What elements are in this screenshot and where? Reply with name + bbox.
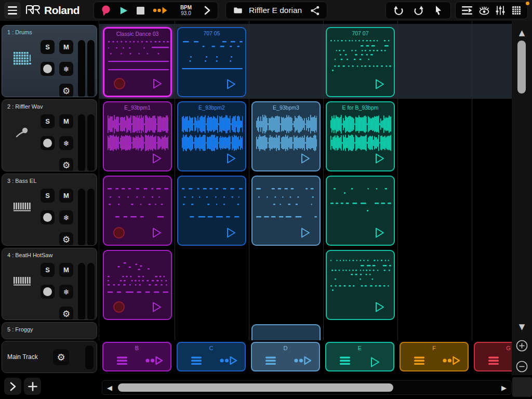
clip-r3-c4[interactable] xyxy=(326,176,395,246)
track-tile-4[interactable]: 4 : BeatH HotSawSM❄⚙ xyxy=(2,248,97,320)
scene-button-d[interactable]: D xyxy=(251,342,320,371)
scene-dots-play-icon[interactable] xyxy=(219,355,238,368)
clip-r3-c2[interactable] xyxy=(177,176,246,246)
clip-play-icon[interactable] xyxy=(298,152,312,167)
freeze-button[interactable]: ❄ xyxy=(59,62,73,76)
clip-r2-c4[interactable]: E for B_93bpm xyxy=(326,101,395,171)
expand-panel-button[interactable] xyxy=(4,378,21,395)
clip-r2-c1[interactable]: E_93bpm1 xyxy=(103,101,172,171)
solo-button[interactable]: S xyxy=(41,114,55,128)
scene-button-g[interactable]: G xyxy=(474,342,512,371)
clip-r1-c2[interactable]: 707 05 xyxy=(177,27,246,97)
clip-play-icon[interactable] xyxy=(150,226,163,242)
freeze-button[interactable]: ❄ xyxy=(59,136,73,150)
redo-button[interactable] xyxy=(413,5,424,16)
mute-button[interactable]: M xyxy=(59,114,73,128)
mixer-button[interactable] xyxy=(495,5,506,16)
clip-play-icon[interactable] xyxy=(224,226,237,242)
scene-button-c[interactable]: C xyxy=(177,342,246,371)
open-project-button[interactable] xyxy=(232,5,244,16)
record-button[interactable] xyxy=(101,5,111,17)
play-button[interactable] xyxy=(119,6,128,16)
project-name[interactable]: Riffler E dorian xyxy=(249,6,304,15)
track-settings-button[interactable]: ⚙ xyxy=(59,84,73,97)
track-settings-button[interactable]: ⚙ xyxy=(59,158,73,171)
bpm-display[interactable]: BPM 93.0 xyxy=(176,5,196,17)
scroll-right-button[interactable]: ▶ xyxy=(499,381,509,394)
transport-expand-button[interactable] xyxy=(204,5,211,16)
clip-play-icon[interactable] xyxy=(150,152,163,167)
arm-record-button[interactable] xyxy=(41,62,55,76)
share-button[interactable] xyxy=(310,5,321,16)
clip-r5-c3[interactable] xyxy=(251,324,321,340)
scene-menu-icon[interactable] xyxy=(265,356,276,367)
clip-play-icon[interactable] xyxy=(373,77,386,93)
arm-record-button[interactable] xyxy=(41,136,55,150)
clip-play-icon[interactable] xyxy=(298,226,312,242)
pointer-tool-button[interactable] xyxy=(432,5,444,16)
scene-button-f[interactable]: F xyxy=(400,342,469,371)
clip-r1-c1[interactable]: Classic Dance 03 xyxy=(103,27,172,97)
clip-r2-c3[interactable]: E_93bpm3 xyxy=(251,101,321,171)
solo-button[interactable]: S xyxy=(41,263,55,277)
visibility-button[interactable] xyxy=(478,5,490,16)
follow-mode-button[interactable] xyxy=(461,5,473,16)
mute-button[interactable]: M xyxy=(59,40,73,54)
level-meter-left xyxy=(78,189,85,246)
solo-button[interactable]: S xyxy=(41,189,55,203)
follow-play-icon[interactable] xyxy=(153,5,168,16)
clip-play-icon[interactable] xyxy=(373,300,386,316)
scene-menu-icon[interactable] xyxy=(191,356,202,367)
vertical-scrollbar-thumb[interactable] xyxy=(517,41,526,94)
clip-play-icon[interactable] xyxy=(150,77,164,92)
main-track-settings-button[interactable]: ⚙ xyxy=(53,349,69,365)
scene-menu-icon[interactable] xyxy=(488,356,499,367)
grid-view-button[interactable] xyxy=(511,5,522,16)
scene-button-e[interactable]: E xyxy=(325,342,394,371)
add-track-button[interactable] xyxy=(24,378,41,395)
main-track-tile[interactable]: Main Track⚙ xyxy=(2,341,97,373)
scene-menu-icon[interactable] xyxy=(339,356,351,367)
undo-button[interactable] xyxy=(393,5,405,16)
scene-menu-icon[interactable] xyxy=(414,356,425,367)
track-tile-2[interactable]: 2 : Riffler WavSM❄⚙ xyxy=(2,99,97,171)
horizontal-scrollbar-thumb[interactable] xyxy=(118,383,393,392)
scene-menu-icon[interactable] xyxy=(116,356,128,367)
clip-r2-c2[interactable]: E_93bpm2 xyxy=(177,101,246,171)
clip-play-icon[interactable] xyxy=(373,152,386,167)
clip-play-icon[interactable] xyxy=(224,152,237,167)
arm-record-button[interactable] xyxy=(41,285,55,299)
track-tile-1[interactable]: 1 : DrumsSM❄⚙ xyxy=(2,25,97,97)
clip-r4-c4[interactable] xyxy=(326,250,395,320)
track-tile-3[interactable]: 3 : Bass ELSM❄⚙ xyxy=(2,174,97,246)
track-settings-button[interactable]: ⚙ xyxy=(59,307,73,320)
track-settings-button[interactable]: ⚙ xyxy=(59,232,73,246)
scene-dots-play-icon[interactable] xyxy=(294,355,312,368)
scroll-up-button[interactable]: ▲ xyxy=(512,27,532,38)
zoom-in-button[interactable] xyxy=(515,339,529,353)
zoom-out-button[interactable] xyxy=(515,360,529,374)
clip-play-icon[interactable] xyxy=(224,77,237,93)
menu-button[interactable] xyxy=(4,2,21,19)
clip-r3-c1[interactable] xyxy=(103,176,172,246)
mute-button[interactable]: M xyxy=(59,263,73,277)
horizontal-scrollbar[interactable]: ◀ ▶ xyxy=(102,380,512,395)
mute-button[interactable]: M xyxy=(59,189,73,203)
scene-dots-play-icon[interactable] xyxy=(442,355,461,368)
clip-play-icon[interactable] xyxy=(150,300,163,316)
scroll-left-button[interactable]: ◀ xyxy=(104,381,115,394)
clip-play-icon[interactable] xyxy=(373,226,386,242)
clip-r3-c3[interactable] xyxy=(251,176,321,246)
track-tile-5[interactable]: 5 : Froggy xyxy=(2,322,97,339)
scene-dots-play-icon[interactable] xyxy=(145,355,164,368)
freeze-button[interactable]: ❄ xyxy=(59,210,73,224)
clip-r4-c1[interactable] xyxy=(103,250,172,320)
freeze-button[interactable]: ❄ xyxy=(59,285,73,299)
scroll-down-button[interactable]: ▼ xyxy=(512,321,532,332)
solo-button[interactable]: S xyxy=(41,40,55,54)
arm-record-button[interactable] xyxy=(41,210,55,224)
scene-play-icon[interactable] xyxy=(368,355,381,371)
stop-button[interactable] xyxy=(136,6,145,15)
scene-button-b[interactable]: B xyxy=(102,342,171,371)
clip-r1-c4[interactable]: 707 07 xyxy=(326,27,395,97)
